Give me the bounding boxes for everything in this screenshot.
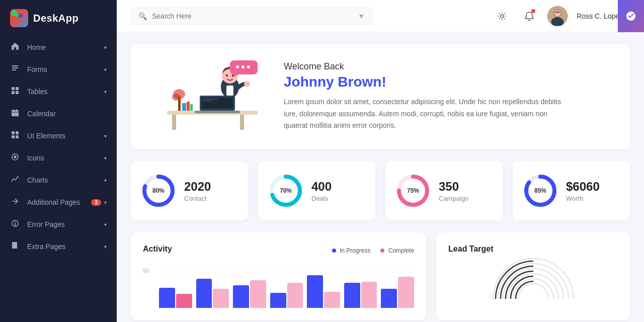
bar-complete-4	[287, 283, 303, 308]
logo[interactable]: DeskApp	[0, 0, 117, 36]
topbar: 🔍 ▼	[117, 0, 644, 32]
svg-rect-11	[12, 131, 15, 134]
chart-y-label: 50	[143, 268, 149, 274]
bar-group-4	[270, 283, 303, 308]
legend-in-progress: In Progress	[332, 247, 371, 254]
sidebar-item-forms[interactable]: Forms ▾	[0, 58, 117, 80]
svg-point-54	[247, 65, 250, 68]
ui-elements-icon	[10, 131, 20, 141]
svg-rect-30	[172, 115, 176, 130]
bar-group-6	[344, 282, 377, 308]
search-icon: 🔍	[138, 12, 147, 20]
stat-info-worth: $6060 Worth	[566, 180, 600, 202]
svg-point-19	[15, 224, 16, 225]
nav-label-home: Home	[27, 43, 46, 51]
corner-badge	[618, 0, 644, 32]
calendar-icon	[10, 109, 20, 119]
chevron-forms: ▾	[104, 67, 107, 72]
settings-icon[interactable]	[493, 7, 511, 25]
svg-point-52	[236, 65, 239, 68]
nav-label-error-pages: Error Pages	[27, 220, 65, 228]
svg-rect-13	[12, 135, 15, 138]
bar-complete-2	[213, 289, 229, 308]
lead-target-card: Lead Target	[436, 232, 630, 320]
svg-rect-4	[16, 87, 19, 90]
sidebar-item-charts[interactable]: Charts ▾	[0, 169, 117, 191]
legend-dot-complete	[380, 249, 384, 253]
additional-pages-badge: 3	[91, 199, 101, 206]
svg-point-28	[554, 10, 561, 16]
bar-in-progress-7	[381, 289, 397, 308]
chart-legend: In Progress Complete	[332, 247, 414, 254]
nav-label-extra-pages: Extra Pages	[27, 243, 65, 251]
notification-icon[interactable]	[520, 7, 538, 25]
bar-in-progress-1	[159, 288, 175, 308]
chart-grid-line	[157, 272, 414, 272]
bar-complete-7	[398, 277, 414, 308]
chevron-charts: ▾	[104, 178, 107, 183]
sidebar-item-extra-pages[interactable]: Extra Pages ▾	[0, 235, 117, 258]
sidebar-item-icons[interactable]: Icons ▾	[0, 147, 117, 169]
bar-in-progress-2	[196, 279, 212, 308]
logo-icon	[10, 9, 28, 27]
stat-percent-worth: 85%	[534, 187, 546, 194]
svg-rect-35	[182, 103, 186, 111]
welcome-body: Lorem ipsum dolor sit amet, consectetur …	[284, 96, 566, 132]
sidebar-item-home[interactable]: Home ▾	[0, 36, 117, 58]
svg-point-1	[15, 18, 19, 22]
svg-rect-21	[14, 244, 17, 244]
sidebar-item-tables[interactable]: Tables ▾	[0, 80, 117, 103]
stat-info-contact: 2020 Contact	[184, 180, 211, 202]
nav-label-charts: Charts	[27, 176, 48, 184]
chevron-ui: ▾	[104, 133, 107, 139]
sidebar-item-ui-elements[interactable]: UI Elements ▾	[0, 125, 117, 147]
stat-value-deals: 400	[311, 180, 332, 194]
chart-container: 50	[143, 268, 414, 308]
stat-circle-contact: 80%	[141, 173, 176, 208]
stat-percent-campaign: 75%	[407, 187, 419, 194]
welcome-illustration	[147, 56, 268, 137]
extra-pages-icon	[10, 242, 20, 252]
bar-group-5	[307, 275, 340, 308]
sidebar-item-additional-pages[interactable]: Additional Pages 3 ▾	[0, 191, 117, 213]
bar-chart	[159, 268, 414, 308]
welcome-card: Welcome Back Johnny Brown! Lorem ipsum d…	[131, 44, 630, 149]
stat-card-contact: 80% 2020 Contact	[131, 161, 248, 220]
stat-circle-worth: 85%	[523, 173, 558, 208]
svg-rect-37	[190, 104, 193, 111]
tables-icon	[10, 87, 20, 97]
nav-label-tables: Tables	[27, 88, 47, 96]
nav-label-calendar: Calendar	[27, 110, 56, 118]
nav-label-additional-pages: Additional Pages	[27, 198, 80, 206]
svg-point-48	[226, 74, 228, 76]
stat-label-campaign: Campaign	[439, 195, 468, 202]
svg-rect-6	[16, 91, 19, 94]
svg-point-34	[172, 94, 180, 101]
svg-point-2	[16, 14, 19, 17]
stat-card-worth: 85% $6060 Worth	[513, 161, 630, 220]
welcome-greeting: Welcome Back	[284, 61, 566, 72]
bar-complete-5	[324, 292, 340, 308]
svg-rect-43	[203, 101, 213, 101]
svg-rect-40	[195, 111, 240, 113]
forms-icon	[10, 64, 20, 74]
nav-label-ui-elements: UI Elements	[27, 132, 65, 140]
stat-label-deals: Deals	[311, 195, 332, 202]
svg-rect-12	[16, 131, 19, 134]
stat-card-campaign: 75% 350 Campaign	[385, 161, 503, 220]
logo-text: DeskApp	[33, 13, 78, 24]
welcome-text: Welcome Back Johnny Brown! Lorem ipsum d…	[284, 61, 566, 132]
stat-percent-deals: 70%	[280, 187, 292, 194]
chevron-extra: ▾	[104, 244, 107, 250]
svg-rect-7	[12, 110, 19, 116]
bottom-row: Activity In Progress Complete 50	[131, 232, 630, 320]
bar-in-progress-6	[344, 283, 360, 308]
svg-rect-36	[187, 102, 190, 111]
search-input[interactable]	[152, 12, 353, 20]
error-pages-icon	[10, 219, 20, 229]
svg-point-53	[242, 65, 245, 68]
bar-in-progress-4	[270, 293, 286, 308]
sidebar-item-calendar[interactable]: Calendar	[0, 103, 117, 125]
search-box[interactable]: 🔍 ▼	[131, 8, 372, 25]
sidebar-item-error-pages[interactable]: Error Pages ▾	[0, 213, 117, 235]
